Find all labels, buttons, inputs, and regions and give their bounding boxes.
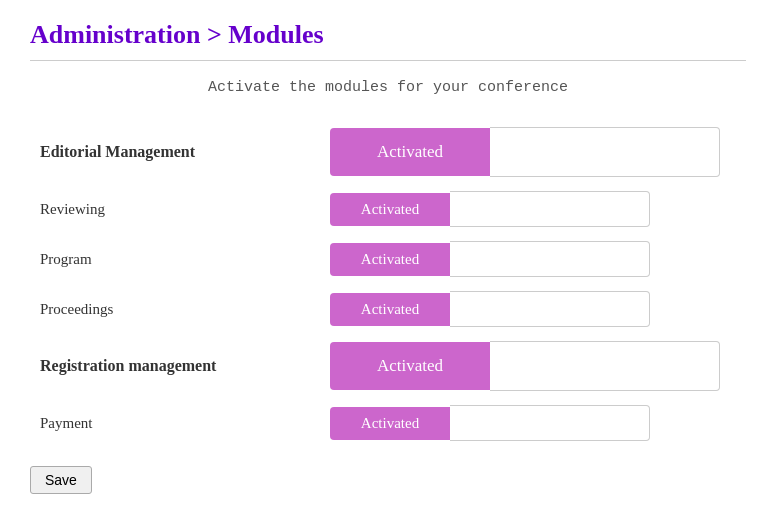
activate-button-editorial-management[interactable]: Activated <box>330 128 490 176</box>
module-toggle-program: Activated <box>320 234 746 284</box>
module-label-editorial-management: Editorial Management <box>30 120 320 184</box>
module-label-payment: Payment <box>30 398 320 448</box>
activate-button-registration-management[interactable]: Activated <box>330 342 490 390</box>
activate-button-reviewing[interactable]: Activated <box>330 193 450 226</box>
module-label-program: Program <box>30 234 320 284</box>
header-divider <box>30 60 746 61</box>
deactivate-area-editorial-management[interactable] <box>490 127 720 177</box>
page-title: Administration > Modules <box>30 20 746 50</box>
deactivate-area-program[interactable] <box>450 241 650 277</box>
deactivate-area-registration-management[interactable] <box>490 341 720 391</box>
module-toggle-payment: Activated <box>320 398 746 448</box>
module-label-reviewing: Reviewing <box>30 184 320 234</box>
save-button[interactable]: Save <box>30 466 92 494</box>
module-toggle-proceedings: Activated <box>320 284 746 334</box>
deactivate-area-proceedings[interactable] <box>450 291 650 327</box>
deactivate-area-reviewing[interactable] <box>450 191 650 227</box>
activate-button-program[interactable]: Activated <box>330 243 450 276</box>
deactivate-area-payment[interactable] <box>450 405 650 441</box>
module-toggle-reviewing: Activated <box>320 184 746 234</box>
activate-button-payment[interactable]: Activated <box>330 407 450 440</box>
module-toggle-editorial-management: Activated <box>320 120 746 184</box>
page-subtitle: Activate the modules for your conference <box>30 79 746 96</box>
module-label-registration-management: Registration management <box>30 334 320 398</box>
modules-table: Editorial ManagementActivatedReviewingAc… <box>30 120 746 448</box>
module-label-proceedings: Proceedings <box>30 284 320 334</box>
module-toggle-registration-management: Activated <box>320 334 746 398</box>
activate-button-proceedings[interactable]: Activated <box>330 293 450 326</box>
